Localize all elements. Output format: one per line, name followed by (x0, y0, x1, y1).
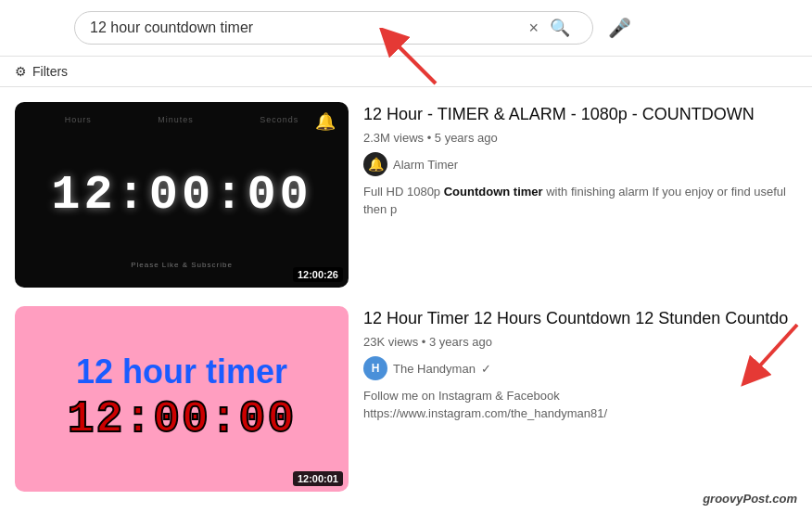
clear-search-button[interactable]: × (525, 19, 542, 38)
video-title-2[interactable]: 12 Hour Timer 12 Hours Countdown 12 Stun… (363, 308, 797, 329)
search-button[interactable]: 🔍 (542, 18, 577, 38)
channel-name-1[interactable]: Alarm Timer (393, 158, 458, 172)
timestamp-badge-1: 12:00:26 (293, 267, 343, 282)
channel-avatar-1: 🔔 (363, 152, 387, 176)
pink-clock: 12:00:00 (68, 394, 296, 444)
filters-icon: ⚙ (15, 64, 27, 79)
clock-labels: Hours Minutes Seconds (32, 115, 332, 124)
video-item-1: Hours Minutes Seconds 🔔 12:00:00 Please … (15, 102, 797, 288)
filters-label: Filters (32, 64, 68, 79)
video-info-1: 12 Hour - TIMER & ALARM - 1080p - COUNTD… (363, 102, 797, 288)
bell-icon: 🔔 (315, 111, 336, 132)
search-bar-container: × 🔍 🎤 (0, 0, 812, 57)
video-info-2: 12 Hour Timer 12 Hours Countdown 12 Stun… (363, 306, 797, 492)
video-meta-2: 23K views • 3 years ago (363, 335, 797, 349)
hours-label: Hours (65, 115, 92, 124)
seconds-label: Seconds (260, 115, 298, 124)
video-title-1[interactable]: 12 Hour - TIMER & ALARM - 1080p - COUNTD… (363, 104, 797, 125)
search-input[interactable] (90, 19, 525, 36)
filters-bar: ⚙ Filters (0, 57, 812, 87)
channel-row-2: H The Handyman ✓ (363, 356, 797, 380)
video-description-1: Full HD 1080p Countdown timer with finis… (363, 184, 797, 217)
search-input-wrapper: × 🔍 (74, 11, 593, 45)
pink-title: 12 hour timer (76, 353, 287, 391)
video-meta-1: 2.3M views • 5 years ago (363, 131, 797, 145)
channel-row-1: 🔔 Alarm Timer (363, 152, 797, 176)
channel-name-2[interactable]: The Handyman (393, 362, 476, 376)
minutes-label: Minutes (158, 115, 194, 124)
watermark: groovyPost.com (703, 492, 797, 506)
video-item-2: 12 hour timer 12:00:00 12:00:01 12 Hour … (15, 306, 797, 492)
results-container: Hours Minutes Seconds 🔔 12:00:00 Please … (0, 87, 812, 511)
channel-avatar-2: H (363, 356, 387, 380)
thumbnail-1[interactable]: Hours Minutes Seconds 🔔 12:00:00 Please … (15, 102, 349, 288)
thumbnail-2[interactable]: 12 hour timer 12:00:00 12:00:01 (15, 306, 349, 492)
clock-display-1: 12:00:00 (51, 168, 312, 223)
bottom-text-1: Please Like & Subscribe (131, 261, 233, 269)
mic-button[interactable]: 🎤 (601, 17, 639, 39)
timestamp-badge-2: 12:00:01 (293, 471, 343, 486)
verified-icon: ✓ (481, 362, 491, 376)
video-description-2: Follow me on Instagram & Facebook https:… (363, 388, 797, 421)
